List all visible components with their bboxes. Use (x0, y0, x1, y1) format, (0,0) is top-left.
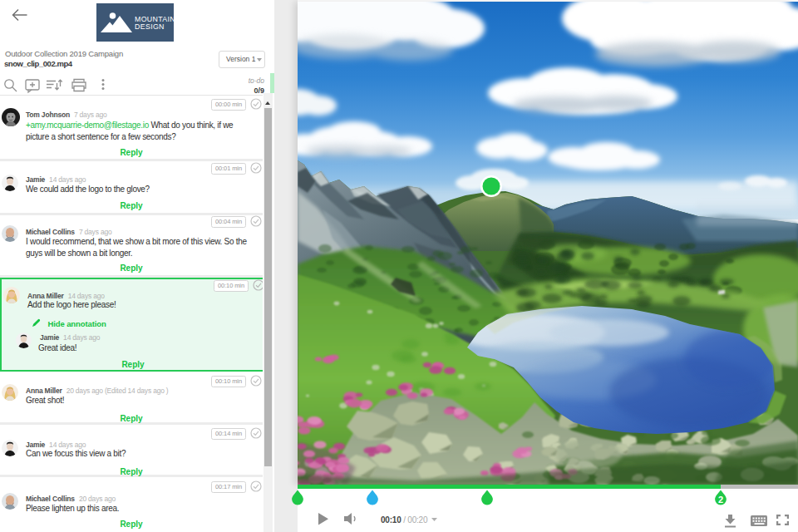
svg-text:2: 2 (718, 495, 723, 505)
svg-text:DESIGN: DESIGN (135, 22, 165, 31)
